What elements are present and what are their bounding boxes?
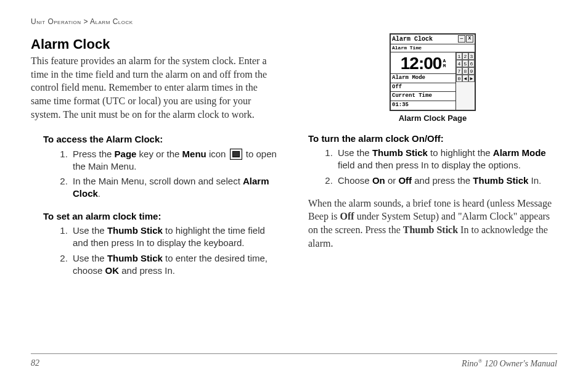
device-keypad: 1 2 3 4 5 6 7 8 9 0 ◄ ► <box>455 52 475 110</box>
onoff-steps: Use the Thumb Stick to highlight the Ala… <box>308 147 557 187</box>
device-key: 1 <box>456 52 462 60</box>
onoff-step-1: Use the Thumb Stick to highlight the Ala… <box>335 147 557 172</box>
onoff-step-2: Choose On or Off and press the Thumb Sti… <box>335 175 557 187</box>
manual-page: Unit Operation > Alarm Clock Alarm Clock… <box>0 0 588 383</box>
access-steps: Press the Page key or the Menu icon to o… <box>43 148 280 200</box>
device-window-buttons: — X <box>458 35 473 43</box>
device-current-time-label: Current Time <box>391 92 455 101</box>
page-title: Alarm Clock <box>31 36 280 54</box>
device-alarm-time-display: 12:00 A M <box>391 52 455 74</box>
figure-caption: Alarm Clock Page <box>308 113 557 124</box>
device-title: Alarm Clock <box>392 35 433 43</box>
set-time-heading: To set an alarm clock time: <box>43 210 280 223</box>
left-column: Alarm Clock This feature provides an ala… <box>31 36 280 287</box>
page-number: 82 <box>31 358 39 369</box>
set-time-step-2: Use the Thumb Stick to enter the desired… <box>70 252 280 278</box>
close-icon: X <box>466 35 473 43</box>
device-key: ► <box>468 75 475 82</box>
device-key: 4 <box>456 60 462 67</box>
access-step-2: In the Main Menu, scroll down and select… <box>70 175 280 200</box>
device-key: 5 <box>462 60 468 67</box>
content-columns: Alarm Clock This feature provides an ala… <box>31 36 557 287</box>
device-key: ◄ <box>462 75 468 82</box>
manual-name: Rino® 120 Owner's Manual <box>462 358 557 369</box>
device-titlebar: Alarm Clock — X <box>391 35 475 44</box>
device-alarm-mode-label: Alarm Mode <box>391 74 455 83</box>
access-heading: To access the Alarm Clock: <box>43 133 280 146</box>
closing-paragraph: When the alarm sounds, a brief tone is h… <box>308 197 557 250</box>
set-time-steps: Use the Thumb Stick to highlight the tim… <box>43 224 280 277</box>
device-keys-grid: 1 2 3 4 5 6 7 8 9 0 ◄ ► <box>456 52 475 110</box>
device-key: 3 <box>468 52 475 60</box>
device-screenshot: Alarm Clock — X Alarm Time 12:00 A <box>390 33 476 111</box>
device-alarm-time-value: 12:00 <box>401 55 442 72</box>
device-key: 0 <box>456 75 462 82</box>
device-key: 9 <box>468 67 475 75</box>
onoff-block: To turn the alarm clock On/Off: Use the … <box>308 133 557 187</box>
device-ampm: A M <box>443 59 446 68</box>
breadcrumb-sep: > <box>83 17 88 26</box>
access-step-1: Press the Page key or the Menu icon to o… <box>70 148 280 173</box>
breadcrumb-page: Alarm Clock <box>90 17 133 26</box>
device-alarm-mode-value: Off <box>391 83 455 93</box>
figure: Alarm Clock — X Alarm Time 12:00 A <box>308 33 557 124</box>
set-time-step-1: Use the Thumb Stick to highlight the tim… <box>70 224 280 250</box>
device-key: 7 <box>456 67 462 75</box>
device-key: 2 <box>462 52 468 60</box>
set-time-block: To set an alarm clock time: Use the Thum… <box>31 210 280 278</box>
device-key: 8 <box>462 67 468 75</box>
breadcrumb: Unit Operation > Alarm Clock <box>31 17 557 27</box>
page-footer: 82 Rino® 120 Owner's Manual <box>31 353 557 369</box>
access-block: To access the Alarm Clock: Press the Pag… <box>31 133 280 200</box>
device-body: 12:00 A M Alarm Mode Off Current Time 01… <box>391 52 475 110</box>
right-column: Alarm Clock — X Alarm Time 12:00 A <box>308 36 557 287</box>
breadcrumb-section: Unit Operation <box>31 17 81 26</box>
minimize-icon: — <box>458 35 465 43</box>
intro-paragraph: This feature provides an alarm for the s… <box>31 54 280 121</box>
device-body-left: 12:00 A M Alarm Mode Off Current Time 01… <box>391 52 455 110</box>
device-alarm-time-label: Alarm Time <box>391 44 475 52</box>
device-current-time-value: 01:35 <box>391 101 455 110</box>
onoff-heading: To turn the alarm clock On/Off: <box>308 133 557 145</box>
device-key: 6 <box>468 60 475 67</box>
menu-icon <box>230 149 242 160</box>
